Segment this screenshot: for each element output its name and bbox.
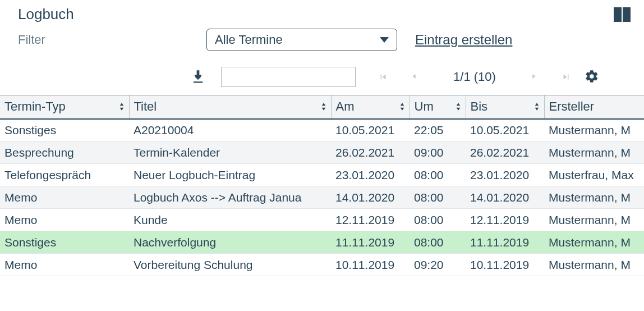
sort-icon[interactable] bbox=[533, 101, 541, 112]
cell-title: Kunde bbox=[129, 209, 331, 231]
cell-title: Vorbereitung Schulung bbox=[129, 254, 331, 276]
cell-type: Memo bbox=[0, 209, 129, 231]
cell-am: 26.02.2021 bbox=[331, 141, 410, 164]
next-page-icon bbox=[530, 72, 539, 81]
cell-um: 08:00 bbox=[410, 164, 466, 186]
cell-am: 14.01.2020 bbox=[331, 186, 410, 209]
table-row[interactable]: BesprechungTermin-Kalender26.02.202109:0… bbox=[0, 141, 644, 164]
view-toggle[interactable] bbox=[614, 7, 631, 22]
cell-ersteller: Mustermann, M bbox=[544, 209, 644, 231]
table-header-row: Termin-Typ Titel Am Um bbox=[0, 95, 644, 119]
cell-bis: 10.11.2019 bbox=[466, 254, 544, 276]
column-header-type[interactable]: Termin-Typ bbox=[0, 95, 129, 119]
chevron-down-icon bbox=[380, 37, 389, 43]
logbook-table: Termin-Typ Titel Am Um bbox=[0, 95, 644, 276]
filter-row: Filter Alle Termine Eintrag erstellen bbox=[0, 25, 644, 57]
cell-bis: 11.11.2019 bbox=[466, 231, 544, 254]
cell-am: 10.05.2021 bbox=[331, 119, 410, 141]
page-title: Logbuch bbox=[18, 6, 74, 23]
settings-button[interactable] bbox=[585, 69, 600, 85]
last-page-icon bbox=[561, 72, 571, 82]
cell-um: 08:00 bbox=[410, 186, 466, 209]
view-column-icon bbox=[623, 7, 631, 22]
cell-type: Telefongespräch bbox=[0, 164, 129, 186]
last-page-button[interactable] bbox=[561, 72, 571, 82]
search-input[interactable] bbox=[221, 67, 356, 87]
column-label: Titel bbox=[134, 99, 157, 113]
first-page-icon bbox=[378, 72, 388, 82]
column-label: Termin-Typ bbox=[4, 99, 66, 113]
next-page-button[interactable] bbox=[530, 72, 540, 82]
column-header-um[interactable]: Um bbox=[410, 95, 466, 119]
cell-title: Termin-Kalender bbox=[129, 141, 331, 164]
filter-select[interactable]: Alle Termine bbox=[206, 29, 397, 51]
view-column-icon bbox=[614, 7, 622, 22]
cell-am: 11.11.2019 bbox=[331, 231, 410, 254]
table-toolbar: 1/1 (10) bbox=[0, 57, 644, 95]
cell-ersteller: Mustermann, M bbox=[544, 254, 644, 276]
cell-type: Besprechung bbox=[0, 141, 129, 164]
cell-bis: 26.02.2021 bbox=[466, 141, 544, 164]
table-row[interactable]: SonstigesA2021000410.05.202122:0510.05.2… bbox=[0, 119, 644, 141]
download-icon bbox=[190, 69, 206, 85]
table-row[interactable]: SonstigesNachverfolgung11.11.201908:0011… bbox=[0, 231, 644, 254]
cell-um: 22:05 bbox=[410, 119, 466, 141]
table-row[interactable]: TelefongesprächNeuer Logbuch-Eintrag23.0… bbox=[0, 164, 644, 186]
column-header-am[interactable]: Am bbox=[331, 95, 410, 119]
cell-ersteller: Mustermann, M bbox=[544, 231, 644, 254]
column-header-bis[interactable]: Bis bbox=[466, 95, 544, 119]
cell-um: 09:20 bbox=[410, 254, 466, 276]
prev-page-button[interactable] bbox=[410, 72, 420, 82]
cell-type: Memo bbox=[0, 254, 129, 276]
sort-icon[interactable] bbox=[118, 101, 126, 112]
filter-select-value: Alle Termine bbox=[215, 33, 283, 47]
pager-text: 1/1 (10) bbox=[441, 70, 508, 84]
first-page-button[interactable] bbox=[378, 72, 388, 82]
cell-ersteller: Musterfrau, Max bbox=[544, 164, 644, 186]
cell-am: 10.11.2019 bbox=[331, 254, 410, 276]
download-button[interactable] bbox=[190, 68, 206, 86]
sort-icon[interactable] bbox=[454, 101, 462, 112]
gear-icon bbox=[585, 69, 599, 84]
sort-icon[interactable] bbox=[398, 101, 406, 112]
cell-type: Memo bbox=[0, 186, 129, 209]
table-row[interactable]: MemoVorbereitung Schulung10.11.201909:20… bbox=[0, 254, 644, 276]
cell-um: 08:00 bbox=[410, 209, 466, 231]
table-row[interactable]: MemoKunde12.11.201908:0012.11.2019Muster… bbox=[0, 209, 644, 231]
cell-type: Sonstiges bbox=[0, 231, 129, 254]
cell-bis: 12.11.2019 bbox=[466, 209, 544, 231]
header: Logbuch bbox=[0, 0, 644, 25]
create-entry-link[interactable]: Eintrag erstellen bbox=[415, 32, 512, 48]
cell-am: 23.01.2020 bbox=[331, 164, 410, 186]
column-label: Bis bbox=[471, 99, 488, 113]
column-header-ersteller[interactable]: Ersteller bbox=[544, 95, 644, 119]
column-label: Um bbox=[415, 99, 434, 113]
cell-bis: 10.05.2021 bbox=[466, 119, 544, 141]
cell-title: Logbuch Axos --> Auftrag Janua bbox=[129, 186, 331, 209]
table-body: SonstigesA2021000410.05.202122:0510.05.2… bbox=[0, 119, 644, 276]
cell-type: Sonstiges bbox=[0, 119, 129, 141]
cell-bis: 23.01.2020 bbox=[466, 164, 544, 186]
column-label: Ersteller bbox=[549, 99, 595, 113]
cell-um: 08:00 bbox=[410, 231, 466, 254]
cell-title: A20210004 bbox=[129, 119, 331, 141]
filter-label: Filter bbox=[18, 33, 197, 47]
cell-am: 12.11.2019 bbox=[331, 209, 410, 231]
cell-ersteller: Mustermann, M bbox=[544, 186, 644, 209]
cell-ersteller: Mustermann, M bbox=[544, 119, 644, 141]
table-row[interactable]: MemoLogbuch Axos --> Auftrag Janua14.01.… bbox=[0, 186, 644, 209]
column-header-title[interactable]: Titel bbox=[129, 95, 331, 119]
pager: 1/1 (10) bbox=[378, 70, 571, 84]
cell-title: Nachverfolgung bbox=[129, 231, 331, 254]
cell-title: Neuer Logbuch-Eintrag bbox=[129, 164, 331, 186]
column-label: Am bbox=[336, 99, 355, 113]
cell-ersteller: Mustermann, M bbox=[544, 141, 644, 164]
sort-icon[interactable] bbox=[320, 101, 328, 112]
prev-page-icon bbox=[410, 72, 418, 81]
cell-um: 09:00 bbox=[410, 141, 466, 164]
cell-bis: 14.01.2020 bbox=[466, 186, 544, 209]
